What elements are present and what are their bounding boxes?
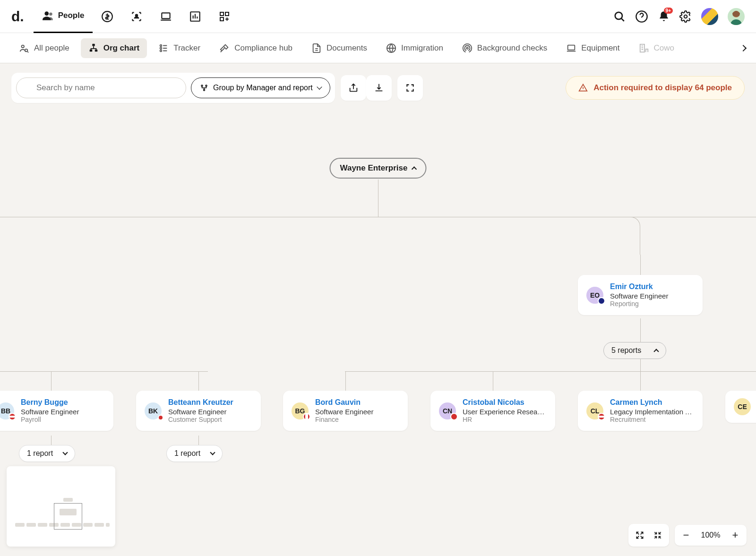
- svg-point-0: [44, 11, 49, 16]
- settings-icon[interactable]: [679, 10, 692, 23]
- nav-finance[interactable]: [93, 0, 122, 33]
- reports-pill-emir[interactable]: 5 reports: [603, 342, 666, 359]
- org-avatar[interactable]: [701, 8, 718, 25]
- svg-rect-22: [568, 45, 575, 50]
- org-chart-canvas[interactable]: Wayne Enterprise EO Emir Ozturk Software…: [0, 111, 756, 556]
- notif-badge: 9+: [664, 8, 673, 14]
- svg-point-13: [22, 45, 25, 48]
- svg-point-11: [684, 15, 687, 18]
- person-card-cristobal[interactable]: CN Cristobal Nicolas User Experience Res…: [430, 391, 555, 431]
- grid-plus-icon: [218, 10, 231, 23]
- svg-point-14: [25, 49, 28, 51]
- subnav-compliance[interactable]: Compliance hub: [212, 38, 300, 58]
- svg-point-18: [160, 44, 162, 46]
- svg-point-9: [615, 12, 622, 19]
- subnav-scroll-right[interactable]: [736, 41, 750, 55]
- subnav-background[interactable]: Background checks: [455, 38, 555, 58]
- svg-rect-4: [162, 13, 170, 18]
- flag-ca-icon: [303, 413, 310, 420]
- chevron-down-icon: [317, 84, 322, 89]
- subnav-all-people[interactable]: All people: [11, 38, 77, 58]
- subnav-documents[interactable]: Documents: [304, 38, 375, 58]
- fullscreen-button[interactable]: [397, 75, 423, 101]
- flag-vn-icon: [450, 413, 458, 420]
- chevron-up-icon: [653, 349, 659, 354]
- search-icon[interactable]: [613, 10, 626, 23]
- root-node[interactable]: Wayne Enterprise: [330, 158, 427, 179]
- svg-rect-6: [220, 12, 223, 16]
- svg-point-3: [136, 14, 137, 16]
- svg-point-27: [204, 89, 205, 91]
- svg-rect-8: [220, 17, 223, 21]
- minimap[interactable]: [7, 466, 115, 547]
- reports-pill-berny[interactable]: 1 report: [19, 445, 75, 462]
- chevron-down-icon: [210, 450, 215, 455]
- zoom-level: 100%: [699, 531, 722, 539]
- svg-point-19: [160, 47, 162, 49]
- help-icon[interactable]: [635, 10, 648, 23]
- person-card-carmen[interactable]: CL Carmen Lynch Legacy Implementation A.…: [578, 391, 703, 431]
- zoom-out-button[interactable]: −: [679, 529, 693, 542]
- nav-reports[interactable]: [180, 0, 210, 33]
- svg-point-20: [160, 50, 162, 51]
- subnav-coworking[interactable]: Cowo: [631, 38, 682, 58]
- chart-icon: [189, 10, 201, 23]
- toolbar: Group by Manager and report Action requi…: [0, 63, 756, 112]
- svg-rect-16: [89, 49, 92, 51]
- download-button[interactable]: [366, 75, 392, 101]
- svg-point-1: [49, 13, 52, 16]
- person-card-emir[interactable]: EO Emir Ozturk Software Engineer Reporti…: [578, 275, 703, 315]
- person-card-betteann[interactable]: BK Betteann Kreutzer Software Engineer C…: [136, 391, 261, 431]
- group-by-button[interactable]: Group by Manager and report: [191, 77, 330, 98]
- nav-apps[interactable]: [210, 0, 239, 33]
- svg-rect-17: [94, 49, 97, 51]
- alert-pill[interactable]: Action required to display 64 people: [566, 76, 745, 100]
- expand-icon[interactable]: [633, 529, 646, 542]
- zoom-controls: − 100% +: [628, 524, 747, 547]
- subnav-org-chart[interactable]: Org chart: [81, 38, 147, 58]
- reports-pill-betteann[interactable]: 1 report: [166, 445, 223, 462]
- user-avatar[interactable]: [728, 8, 745, 25]
- svg-point-26: [206, 85, 207, 86]
- chevron-up-icon: [412, 166, 417, 171]
- search-input[interactable]: [16, 77, 186, 98]
- svg-rect-7: [225, 12, 229, 16]
- svg-point-25: [201, 85, 203, 86]
- people-icon: [42, 9, 54, 22]
- collapse-icon[interactable]: [651, 529, 664, 542]
- subnav-equipment[interactable]: Equipment: [558, 38, 627, 58]
- flag-us-icon: [598, 413, 605, 420]
- person-card-bord[interactable]: BG Bord Gauvin Software Engineer Finance: [283, 391, 408, 431]
- flag-us-icon: [9, 413, 16, 420]
- person-card-berny[interactable]: BB Berny Bugge Software Engineer Payroll: [0, 391, 113, 431]
- chevron-down-icon: [62, 450, 68, 455]
- laptop-icon: [160, 10, 172, 23]
- dollar-icon: [101, 10, 113, 23]
- nav-people-label: People: [58, 11, 85, 20]
- logo[interactable]: d.: [11, 9, 24, 25]
- nav-equipment[interactable]: [151, 0, 180, 33]
- zoom-in-button[interactable]: +: [729, 529, 742, 542]
- subnav-tracker[interactable]: Tracker: [151, 38, 208, 58]
- share-button[interactable]: [341, 75, 366, 101]
- subnav-immigration[interactable]: Immigration: [378, 38, 451, 58]
- svg-rect-15: [92, 43, 95, 46]
- status-dot-icon: [158, 415, 163, 420]
- nav-hiring[interactable]: [122, 0, 151, 33]
- flag-au-icon: [598, 297, 605, 305]
- person-scan-icon: [130, 10, 143, 23]
- top-nav: d. People 9+: [0, 0, 756, 33]
- nav-people[interactable]: People: [34, 0, 93, 33]
- sub-nav: All people Org chart Tracker Compliance …: [0, 33, 756, 63]
- notifications-icon[interactable]: 9+: [658, 10, 670, 23]
- person-card-partial[interactable]: CE: [725, 391, 756, 423]
